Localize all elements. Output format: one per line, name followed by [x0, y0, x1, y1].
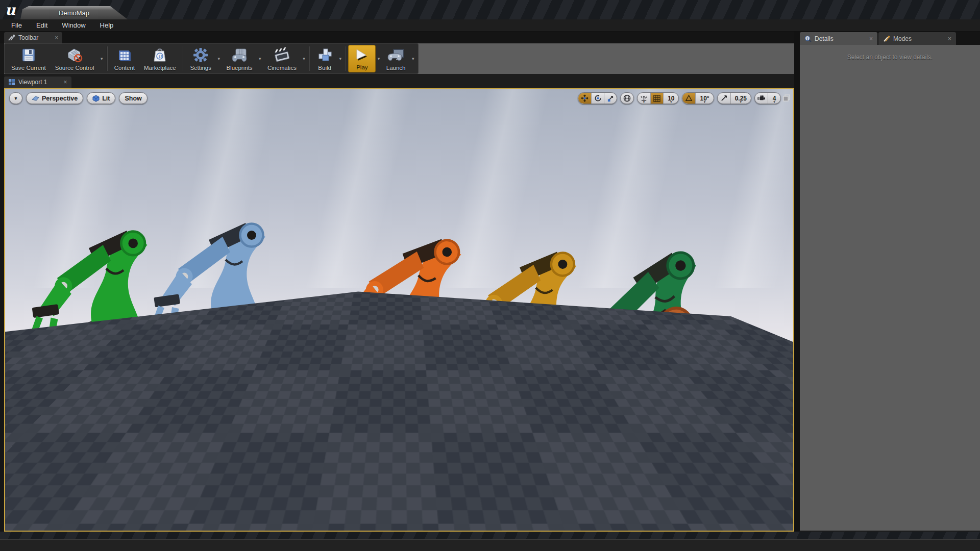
toolbar-tab-label: Toolbar — [18, 34, 38, 41]
document-tab-demomap[interactable]: DemoMap — [20, 6, 128, 19]
rotation-snap-toggle[interactable] — [682, 93, 695, 104]
source-control-button[interactable]: Source Control — [51, 45, 99, 72]
launch-button[interactable]: Launch — [382, 45, 410, 72]
rotation-snap-value[interactable]: 10° ▾ — [695, 93, 713, 104]
level-value[interactable]: DemoMap (Persistent) — [723, 520, 787, 528]
unreal-engine-logo-icon: u — [4, 2, 19, 18]
build-label: Build — [318, 65, 331, 71]
grid-snap-value[interactable]: 10 ▾ — [663, 93, 678, 104]
scale-snap-toggle[interactable] — [718, 93, 730, 104]
grid-snap-group: ▾ 10 ▾ — [637, 92, 679, 104]
main-toolbar: Save CurrentSource Control▾ContentuMarke… — [0, 43, 800, 74]
camera-speed-button[interactable] — [755, 93, 768, 104]
angle-snap-icon — [685, 94, 693, 102]
lit-mode-button[interactable]: Lit — [87, 92, 115, 104]
green-robot-arm[interactable] — [29, 231, 166, 342]
marketplace-icon: u — [152, 46, 167, 64]
cinematics-dropdown-caret[interactable]: ▾ — [301, 45, 307, 72]
cinematics-button[interactable]: Cinematics — [263, 45, 301, 72]
blue-robot-arm[interactable] — [151, 223, 284, 331]
title-bar[interactable]: u DemoMap — [0, 0, 980, 19]
source-control-dropdown-caret[interactable]: ▾ — [99, 45, 104, 72]
source-control-label: Source Control — [55, 65, 94, 71]
toolbar-tab-close-icon[interactable]: × — [55, 34, 58, 41]
move-icon — [581, 94, 589, 102]
maximize-viewport-button[interactable] — [783, 94, 790, 102]
svg-text:i: i — [806, 36, 807, 40]
menu-file[interactable]: File — [5, 20, 28, 30]
axis-y-label: Y — [45, 506, 50, 513]
content-label: Content — [114, 65, 135, 71]
surface-snap-button[interactable]: ▾ — [638, 93, 650, 104]
modes-tab-close-icon[interactable]: × — [948, 35, 951, 42]
rotate-tool-button[interactable] — [591, 93, 604, 104]
blueprints-button[interactable]: Blueprints — [222, 45, 257, 72]
settings-button[interactable]: Settings — [185, 45, 216, 72]
axis-x-label: X — [26, 500, 31, 508]
perspective-button[interactable]: Perspective — [26, 92, 83, 104]
camera-speed-group: 4 ▾ — [754, 92, 781, 104]
build-button[interactable]: Build — [312, 45, 337, 72]
save-current-button[interactable]: Save Current — [7, 45, 51, 72]
details-empty-text: Select an object to view details. — [800, 54, 980, 61]
svg-text:u: u — [158, 53, 162, 60]
toolbar-panel-tab[interactable]: Toolbar × — [4, 32, 62, 43]
viewport-panel-tab[interactable]: Viewport 1 × — [4, 77, 71, 88]
grid-snap-icon — [653, 95, 660, 102]
coordinate-system-button[interactable] — [621, 93, 633, 104]
camera-speed-value[interactable]: 4 ▾ — [768, 93, 780, 104]
details-tab-close-icon[interactable]: × — [869, 35, 873, 42]
blueprints-icon — [231, 46, 248, 64]
grid-snap-toggle[interactable] — [650, 93, 663, 104]
blueprints-dropdown-caret[interactable]: ▾ — [257, 45, 263, 72]
panel-splitter[interactable] — [794, 32, 800, 540]
viewport-options-dropdown[interactable]: ▼ — [9, 92, 22, 104]
viewport-tab-row: Viewport 1 × — [0, 74, 800, 88]
launch-dropdown-caret[interactable]: ▾ — [410, 45, 416, 72]
blueprints-label: Blueprints — [226, 65, 252, 71]
content-button[interactable]: Content — [110, 45, 139, 72]
marketplace-button[interactable]: uMarketplace — [139, 45, 181, 72]
camera-speed-icon — [757, 95, 766, 102]
build-icon — [316, 46, 333, 64]
perspective-icon — [32, 95, 39, 102]
play-icon — [353, 46, 371, 64]
save-icon — [20, 46, 37, 64]
document-tab-label: DemoMap — [59, 9, 89, 17]
tools-icon — [8, 34, 15, 41]
play-button[interactable]: Play — [348, 45, 376, 72]
scale-tool-button[interactable] — [604, 93, 617, 104]
settings-label: Settings — [190, 65, 211, 71]
marketplace-label: Marketplace — [144, 65, 176, 71]
viewport-tab-close-icon[interactable]: × — [63, 79, 67, 86]
menu-window[interactable]: Window — [56, 20, 91, 30]
rust-robot-arm[interactable] — [541, 300, 741, 472]
help-icon[interactable]: ? — [10, 517, 19, 527]
toolbar-tab-row: Toolbar × — [0, 32, 800, 43]
menu-help[interactable]: Help — [94, 20, 120, 30]
gold-robot-arm[interactable] — [458, 248, 595, 361]
tab-modes[interactable]: Modes × — [878, 32, 956, 45]
viewport-tab-label: Viewport 1 — [18, 79, 47, 86]
play-dropdown-caret[interactable]: ▾ — [376, 45, 381, 72]
cinematics-label: Cinematics — [267, 65, 297, 71]
show-button[interactable]: Show — [119, 92, 147, 104]
rotation-snap-group: 10° ▾ — [682, 92, 714, 104]
menu-edit[interactable]: Edit — [30, 20, 54, 30]
build-dropdown-caret[interactable]: ▾ — [337, 45, 343, 72]
details-info-icon: i — [804, 35, 812, 42]
3d-viewport[interactable]: ▼ Perspective Lit Show — [4, 88, 794, 532]
world-local-toggle-group — [620, 92, 634, 104]
axis-z-label: Z — [22, 489, 27, 495]
viewport-grid-icon — [8, 79, 15, 86]
scale-icon — [607, 94, 615, 102]
launch-label: Launch — [386, 65, 406, 71]
scale-snap-value[interactable]: 0.25 ▾ — [730, 93, 751, 104]
menu-bar: FileEditWindowHelp — [0, 19, 980, 32]
settings-dropdown-caret[interactable]: ▾ — [216, 45, 222, 72]
tab-details[interactable]: i Details × — [800, 32, 877, 45]
lit-icon — [92, 95, 100, 102]
move-tool-button[interactable] — [578, 93, 591, 104]
scale-snap-icon — [720, 94, 728, 102]
transform-tools-group — [578, 92, 617, 104]
